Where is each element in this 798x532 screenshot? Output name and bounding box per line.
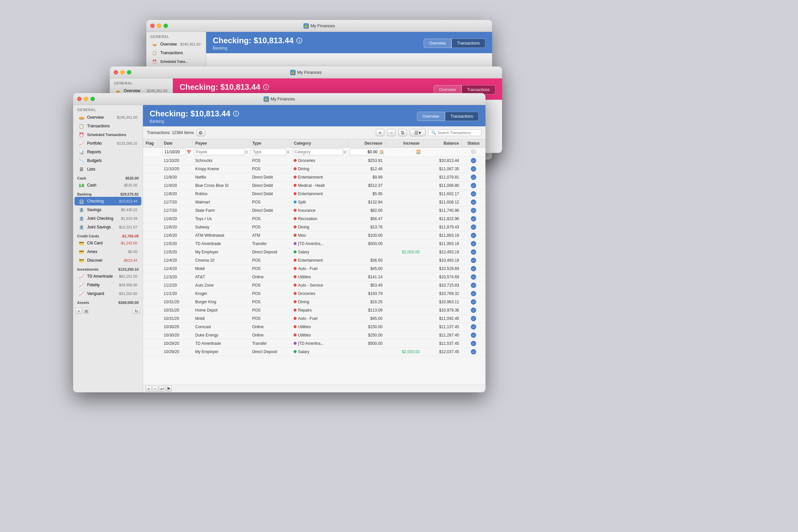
view-toggle-main[interactable]: Overview Transactions <box>417 112 479 121</box>
status-badge-20[interactable]: ✓ <box>471 324 476 329</box>
flag-row-button[interactable]: ⚑ <box>166 386 172 392</box>
status-badge-19[interactable]: ✓ <box>471 316 476 321</box>
status-badge-18[interactable]: ✓ <box>471 307 476 313</box>
sidebar-item-td[interactable]: 📈 TD Ameritrade $62,151.50 <box>75 272 141 281</box>
minimize-button-back[interactable] <box>157 24 161 28</box>
table-row[interactable]: 11/2/20 Auto Zone POS Auto - Service $53… <box>143 281 486 290</box>
status-badge-12[interactable]: ✓ <box>471 258 476 263</box>
increase-calc-icon[interactable]: 🧮 <box>386 150 421 154</box>
status-cell-23[interactable]: ✓ <box>462 348 486 356</box>
status-cell-8[interactable]: ✓ <box>462 223 486 231</box>
status-cell-3[interactable]: ✓ <box>462 182 486 190</box>
status-cell-10[interactable]: ✓ <box>462 240 486 248</box>
sidebar-item-budgets[interactable]: 📉 Budgets <box>75 156 141 165</box>
status-cell-21[interactable]: ✓ <box>462 331 486 340</box>
add-account-button[interactable]: + <box>76 308 82 314</box>
add-row-button[interactable]: + <box>146 386 152 392</box>
new-status-toggle[interactable] <box>471 149 476 154</box>
sidebar-item-joint-savings[interactable]: 🏦 Joint Savings $12,321.67 <box>75 223 141 231</box>
status-badge-10[interactable]: ✓ <box>471 241 476 246</box>
minimize-button-main[interactable] <box>84 97 88 101</box>
table-row[interactable]: 11/9/20 Blue Cross Blue Sl Direct Debit … <box>143 182 486 190</box>
status-badge-17[interactable]: ✓ <box>471 299 476 305</box>
overview-btn-main[interactable]: Overview <box>417 112 445 121</box>
sidebar-overview-back[interactable]: 🥧 Overview $245,351.50 <box>148 40 205 49</box>
status-cell-18[interactable]: ✓ <box>462 306 486 315</box>
status-badge-0[interactable]: ✓ <box>471 158 476 163</box>
col-header-type[interactable]: Type <box>249 139 291 148</box>
status-badge-23[interactable]: ✓ <box>471 349 476 355</box>
status-badge-8[interactable]: ✓ <box>471 225 476 230</box>
col-header-increase[interactable]: Increase <box>385 139 422 148</box>
status-cell-15[interactable]: ✓ <box>462 281 486 290</box>
new-category-cell[interactable]: ☰ <box>291 148 348 157</box>
new-date-cell[interactable]: 📅 <box>161 148 192 157</box>
sidebar-item-fidelity[interactable]: 📈 Fidelity $39,906.00 <box>75 281 141 289</box>
status-cell-0[interactable]: ✓ <box>462 157 486 165</box>
fullscreen-button-middle[interactable] <box>127 70 131 75</box>
new-type-input[interactable] <box>251 149 286 155</box>
payee-list-icon[interactable]: ☰ <box>245 150 248 154</box>
minimize-button-middle[interactable] <box>120 70 125 75</box>
sidebar-item-amex[interactable]: 💳 Amex $0.00 <box>75 247 141 256</box>
overview-btn-back[interactable]: Overview <box>424 39 452 48</box>
status-cell-11[interactable]: ✓ <box>462 248 486 256</box>
status-cell-17[interactable]: ✓ <box>462 298 486 306</box>
traffic-lights-main[interactable] <box>77 97 95 101</box>
close-button-main[interactable] <box>77 97 81 101</box>
table-row[interactable]: 10/29/20 My Employer Direct Deposit Sala… <box>143 348 486 356</box>
sidebar-item-vanguard[interactable]: 📈 Vanguard $31,202.60 <box>75 289 141 298</box>
status-badge-6[interactable]: ✓ <box>471 208 476 213</box>
new-decrease-input[interactable] <box>349 149 379 155</box>
view-toggle-back[interactable]: Overview Transactions <box>424 39 486 48</box>
new-date-input[interactable] <box>162 149 186 155</box>
col-header-balance[interactable]: Balance <box>422 139 462 148</box>
sort-button[interactable]: ⇅ <box>398 129 407 136</box>
sidebar-item-lists[interactable]: ☰ Lists <box>75 165 141 174</box>
table-row[interactable]: 11/7/20 State Farm Direct Debit Insuranc… <box>143 207 486 215</box>
info-button-main[interactable]: i <box>233 111 239 117</box>
sidebar-item-transactions[interactable]: 📋 Transactions <box>75 122 141 130</box>
sidebar-item-overview[interactable]: 🥧 Overview $245,351.50 <box>75 113 141 122</box>
new-category-input[interactable] <box>292 149 343 155</box>
add-transaction-button[interactable]: + <box>376 129 384 136</box>
new-payee-cell[interactable]: ☰ <box>192 148 249 157</box>
status-badge-22[interactable]: ✓ <box>471 341 476 346</box>
calculator-icon[interactable]: 🧮 <box>380 150 384 154</box>
status-badge-16[interactable]: ✓ <box>471 291 476 296</box>
traffic-lights-middle[interactable] <box>114 70 131 75</box>
remove-row-button[interactable]: − <box>152 386 158 392</box>
status-badge-21[interactable]: ✓ <box>471 332 476 338</box>
status-badge-13[interactable]: ✓ <box>471 266 476 271</box>
table-row[interactable]: 11/3/20 AT&T Online Utilities $141.14 $1… <box>143 273 486 281</box>
new-decrease-cell[interactable]: 🧮 <box>348 148 385 157</box>
sidebar-item-scheduled[interactable]: ⏰ Scheduled Transactions <box>75 130 141 139</box>
sidebar-scheduled-back[interactable]: ⏰ Scheduled Trans... <box>148 57 205 66</box>
type-list-icon[interactable]: ☰ <box>287 150 290 154</box>
status-cell-4[interactable]: ✓ <box>462 190 486 198</box>
search-box[interactable]: 🔍 <box>428 129 481 136</box>
col-header-date[interactable]: Date <box>161 139 192 148</box>
table-row[interactable]: 11/6/20 Toys r Us POS Recreation $56.47 … <box>143 215 486 223</box>
table-row[interactable]: 11/7/20 Walmart POS Split $132.84 $11,60… <box>143 198 486 207</box>
sidebar-item-reports[interactable]: 📊 Reports <box>75 148 141 156</box>
status-badge-7[interactable]: ✓ <box>471 216 476 222</box>
table-row[interactable]: 11/10/20 Schnucks POS Groceries $253.91 … <box>143 157 486 165</box>
sidebar-item-discover[interactable]: 💳 Discover -$523.44 <box>75 256 141 265</box>
traffic-lights-back[interactable] <box>150 24 168 28</box>
table-row[interactable]: 10/29/20 TD Ameritrade Transfer [TD Amer… <box>143 340 486 348</box>
status-badge-11[interactable]: ✓ <box>471 249 476 255</box>
table-row[interactable]: 11/10/20 Krispy Kreme POS Dining $12.46 … <box>143 165 486 173</box>
status-cell-19[interactable]: ✓ <box>462 315 486 323</box>
status-cell-16[interactable]: ✓ <box>462 290 486 298</box>
status-cell-22[interactable]: ✓ <box>462 340 486 348</box>
sidebar-item-portfolio[interactable]: 📈 Portfolio $133,260.10 <box>75 139 141 148</box>
close-button-back[interactable] <box>150 24 155 28</box>
status-badge-4[interactable]: ✓ <box>471 191 476 196</box>
table-row[interactable]: 11/9/20 Netflix Direct Debit Entertainme… <box>143 173 486 182</box>
transactions-btn-back[interactable]: Transactions <box>452 39 486 48</box>
fullscreen-button-main[interactable] <box>91 97 95 101</box>
info-button-back[interactable]: i <box>296 38 302 43</box>
status-cell-9[interactable]: ✓ <box>462 231 486 240</box>
fullscreen-button-back[interactable] <box>164 24 168 28</box>
